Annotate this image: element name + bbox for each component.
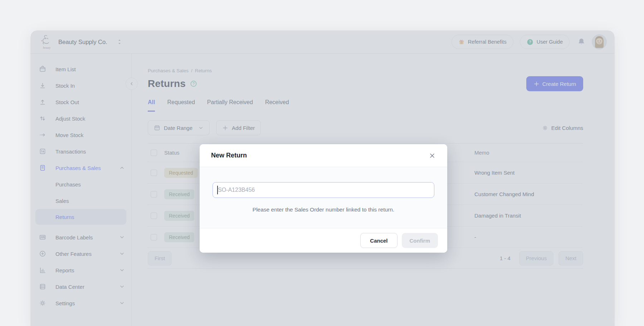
modal-helper-text: Please enter the Sales Order number link…: [213, 206, 434, 213]
close-icon[interactable]: [429, 152, 436, 159]
cancel-button[interactable]: Cancel: [360, 233, 397, 248]
text-caret: [217, 186, 218, 194]
modal-title: New Return: [211, 152, 247, 159]
sales-order-input[interactable]: [213, 182, 434, 198]
new-return-modal: New Return Please enter the Sales Order …: [200, 144, 447, 253]
confirm-button[interactable]: Confirm: [402, 233, 438, 248]
